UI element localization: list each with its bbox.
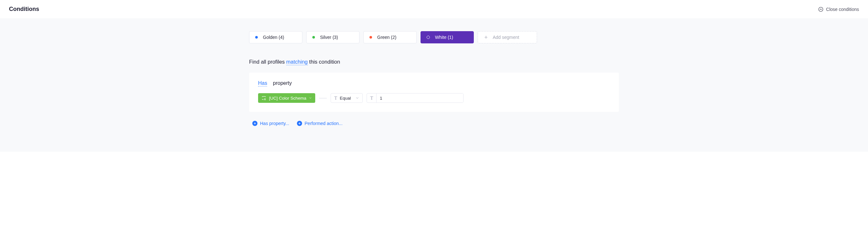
dot-icon [255, 36, 258, 38]
has-property-label: Has property... [260, 121, 289, 126]
value-input[interactable] [376, 93, 463, 103]
close-conditions-button[interactable]: Close conditions [818, 7, 859, 12]
chevron-down-icon [355, 96, 359, 100]
plus-circle-icon [297, 121, 302, 126]
condition-header: Has property [258, 80, 610, 86]
close-conditions-label: Close conditions [826, 7, 859, 12]
segment-label: Golden (4) [263, 35, 284, 40]
add-condition-actions: Has property... Performed action... [249, 121, 619, 126]
segment-tab-white[interactable]: White (1) [421, 31, 474, 44]
segment-tab-silver[interactable]: Silver (3) [306, 31, 360, 44]
dot-icon [312, 36, 315, 38]
segment-label: Silver (3) [320, 35, 338, 40]
segment-tab-golden[interactable]: Golden (4) [249, 31, 302, 44]
property-label: property [273, 80, 292, 86]
sentence-suffix: this condition [308, 59, 340, 64]
add-has-property-button[interactable]: Has property... [252, 121, 289, 126]
plus-icon [484, 35, 488, 39]
property-chip[interactable]: [UC] Color Schema [258, 93, 315, 103]
segment-tabs: Golden (4) Silver (3) Green (2) White (1… [249, 31, 619, 44]
value-input-group: T [367, 93, 464, 103]
sentence-prefix: Find all profiles [249, 59, 286, 64]
segment-label: Green (2) [377, 35, 397, 40]
page-title: Conditions [9, 6, 39, 12]
condition-card: Has property [UC] Color Schema [249, 73, 619, 112]
chevron-down-icon [309, 96, 312, 100]
connector-line [319, 98, 327, 98]
main-area: Golden (4) Silver (3) Green (2) White (1… [0, 18, 868, 152]
text-type-icon: T [367, 93, 376, 103]
segment-tab-green[interactable]: Green (2) [363, 31, 417, 44]
dot-icon [370, 36, 372, 38]
add-segment-label: Add segment [493, 35, 519, 40]
header: Conditions Close conditions [0, 0, 868, 18]
plus-circle-icon [252, 121, 257, 126]
matching-toggle[interactable]: matching [286, 59, 308, 65]
formula-icon [261, 95, 267, 101]
condition-row: [UC] Color Schema T Equal T [258, 93, 610, 103]
text-type-icon: T [334, 95, 337, 101]
condition-sentence: Find all profiles matching this conditio… [249, 59, 619, 65]
performed-action-label: Performed action... [305, 121, 342, 126]
property-chip-label: [UC] Color Schema [269, 96, 306, 101]
segment-label: White (1) [435, 35, 453, 40]
svg-point-0 [819, 7, 823, 11]
add-performed-action-button[interactable]: Performed action... [297, 121, 342, 126]
collapse-icon [818, 7, 824, 12]
operator-label: Equal [340, 96, 351, 101]
ring-icon [427, 36, 430, 39]
operator-select[interactable]: T Equal [331, 93, 363, 103]
add-segment-button[interactable]: Add segment [478, 31, 537, 44]
has-toggle[interactable]: Has [258, 80, 267, 86]
